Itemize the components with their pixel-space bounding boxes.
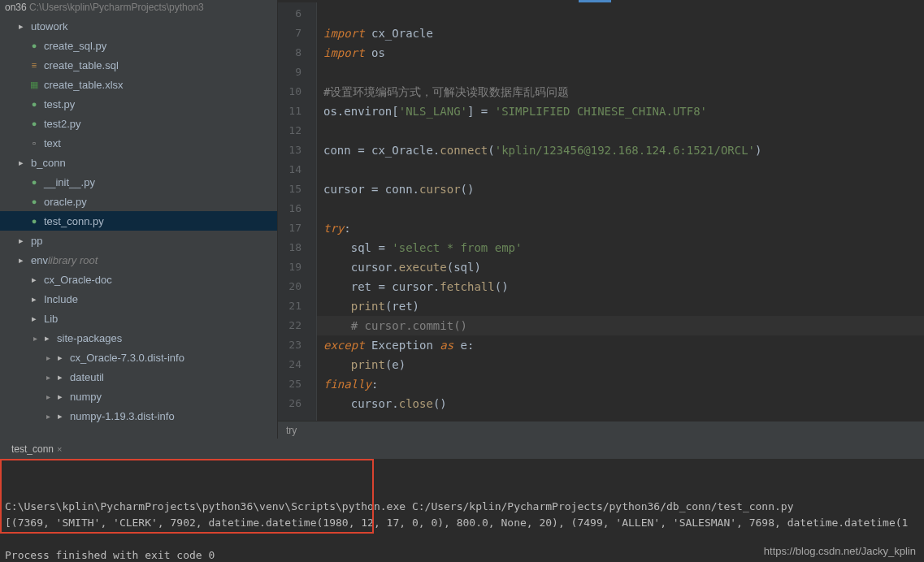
editor-pane: 67891011121314151617181920212223242526 i…: [278, 0, 924, 439]
code-line[interactable]: print(ret): [317, 296, 924, 316]
line-gutter: 67891011121314151617181920212223242526: [278, 2, 317, 421]
project-header: on36 C:\Users\kplin\PycharmProjects\pyth…: [0, 0, 277, 15]
code-line[interactable]: [317, 199, 924, 218]
code-area[interactable]: import cx_Oracleimport os#设置环境编码方式，可解决读取…: [317, 2, 924, 421]
code-line[interactable]: import cx_Oracle: [317, 24, 924, 43]
line-number: 24: [278, 355, 316, 374]
code-line[interactable]: [317, 4, 924, 24]
tree-item-test-py[interactable]: ●test.py: [0, 94, 277, 114]
tree-item-label: env: [31, 254, 48, 266]
tree-item-numpy-1-19-3-dist-info[interactable]: ▸▸numpy-1.19.3.dist-info: [0, 406, 277, 426]
tree-item-label: __init__.py: [44, 176, 95, 188]
code-line[interactable]: except Exception as e:: [317, 335, 924, 355]
expand-arrow-icon[interactable]: ▸: [42, 353, 54, 362]
project-sidebar: on36 C:\Users\kplin\PycharmProjects\pyth…: [0, 0, 278, 439]
tree-item-oracle-py[interactable]: ●oracle.py: [0, 192, 277, 211]
project-name: on36: [5, 2, 27, 13]
tree-item-label: test2.py: [44, 118, 81, 130]
close-icon[interactable]: ×: [57, 444, 62, 454]
xlsx-icon: ▦: [28, 78, 41, 91]
code-line[interactable]: cursor.execute(sql): [317, 257, 924, 277]
tree-item-utowork[interactable]: ▸utowork: [0, 16, 277, 36]
tree-item-label: utowork: [31, 20, 68, 32]
code-line[interactable]: import os: [317, 43, 924, 63]
console-tab-label: test_conn: [11, 443, 54, 455]
line-number: 23: [278, 335, 316, 355]
tree-item-pp[interactable]: ▸pp: [0, 231, 277, 250]
folder-icon: ▸: [54, 390, 67, 403]
console-tab[interactable]: test_conn ×: [5, 442, 68, 456]
tree-item-label: create_table.sql: [44, 59, 119, 71]
tree-item-label: test_conn.py: [44, 215, 104, 227]
folder-icon: ▸: [15, 19, 28, 32]
tree-item-label: numpy-1.19.3.dist-info: [70, 410, 175, 422]
code-line[interactable]: try:: [317, 218, 924, 238]
line-number: 17: [278, 218, 316, 238]
code-line[interactable]: conn = cx_Oracle.connect('kplin/123456@1…: [317, 140, 924, 160]
code-line[interactable]: #设置环境编码方式，可解决读取数据库乱码问题: [317, 82, 924, 102]
tree-item-env[interactable]: ▸env library root: [0, 250, 277, 270]
code-line[interactable]: sql = 'select * from emp': [317, 238, 924, 257]
folder-icon: ▸: [54, 351, 67, 364]
expand-arrow-icon[interactable]: ▸: [42, 392, 54, 401]
console-line: [(7369, 'SMITH', 'CLERK', 7902, datetime…: [5, 515, 919, 531]
tree-item-label: pp: [31, 235, 42, 247]
tree-item-create-table-xlsx[interactable]: ▦create_table.xlsx: [0, 75, 277, 94]
py-icon: ●: [28, 175, 41, 188]
tree-item-include[interactable]: ▸Include: [0, 289, 277, 309]
tree-item-create-sql-py[interactable]: ●create_sql.py: [0, 36, 277, 55]
tree-item-label: test.py: [44, 98, 75, 110]
py-icon: ●: [28, 97, 41, 110]
py-icon: ●: [28, 195, 41, 208]
tree-item-create-table-sql[interactable]: ≡create_table.sql: [0, 55, 277, 75]
code-line[interactable]: # cursor.commit(): [317, 316, 924, 335]
line-number: 9: [278, 63, 316, 82]
folder-icon: ▸: [15, 253, 28, 266]
tree-item-site-packages[interactable]: ▸▸site-packages: [0, 328, 277, 348]
expand-arrow-icon[interactable]: ▸: [42, 412, 54, 421]
line-number: 25: [278, 374, 316, 394]
tree-item-numpy[interactable]: ▸▸numpy: [0, 387, 277, 406]
tree-item-dateutil[interactable]: ▸▸dateutil: [0, 367, 277, 387]
line-number: 11: [278, 102, 316, 121]
tree-item-label: site-packages: [57, 332, 122, 344]
code-line[interactable]: finally:: [317, 374, 924, 394]
tree-item-b-conn[interactable]: ▸b_conn: [0, 153, 277, 172]
code-line[interactable]: [317, 63, 924, 82]
tree-item-label: create_sql.py: [44, 40, 106, 52]
project-path: C:\Users\kplin\PycharmProjects\python3: [29, 2, 204, 13]
folder-icon: ▸: [28, 273, 41, 286]
line-number: 8: [278, 43, 316, 63]
line-number: 10: [278, 82, 316, 102]
code-line[interactable]: [317, 160, 924, 179]
tree-item-lib[interactable]: ▸Lib: [0, 309, 277, 328]
folder-icon: ▸: [28, 292, 41, 305]
file-icon: ▫: [28, 136, 41, 149]
tree-item-label: numpy: [70, 391, 102, 403]
folder-icon: ▸: [54, 409, 67, 422]
code-line[interactable]: os.environ['NLS_LANG'] = 'SIMPLIFIED CHI…: [317, 102, 924, 121]
tree-item-text[interactable]: ▫text: [0, 133, 277, 153]
code-line[interactable]: cursor = conn.cursor(): [317, 179, 924, 199]
console-tabs: test_conn ×: [0, 439, 924, 459]
line-number: 12: [278, 121, 316, 140]
code-line[interactable]: ret = cursor.fetchall(): [317, 277, 924, 296]
code-line[interactable]: cursor.close(): [317, 394, 924, 413]
tree-item-cx-oracle-doc[interactable]: ▸cx_Oracle-doc: [0, 270, 277, 289]
folder-icon: ▸: [28, 312, 41, 325]
tree-item--init-py[interactable]: ●__init__.py: [0, 172, 277, 192]
code-line[interactable]: [317, 121, 924, 140]
tree-item-test2-py[interactable]: ●test2.py: [0, 114, 277, 133]
tree-item-test-conn-py[interactable]: ●test_conn.py: [0, 211, 277, 231]
expand-arrow-icon[interactable]: ▸: [29, 334, 41, 343]
line-number: 7: [278, 24, 316, 43]
project-tree[interactable]: ▸utowork●create_sql.py≡create_table.sql▦…: [0, 15, 277, 439]
breadcrumb[interactable]: try: [278, 421, 924, 439]
py-icon: ●: [28, 117, 41, 130]
py-icon: ●: [28, 39, 41, 52]
tree-item-label: Include: [44, 293, 78, 305]
line-number: 22: [278, 316, 316, 335]
tree-item-cx-oracle-7-3-0-dist-info[interactable]: ▸▸cx_Oracle-7.3.0.dist-info: [0, 348, 277, 367]
code-line[interactable]: print(e): [317, 355, 924, 374]
expand-arrow-icon[interactable]: ▸: [42, 373, 54, 382]
